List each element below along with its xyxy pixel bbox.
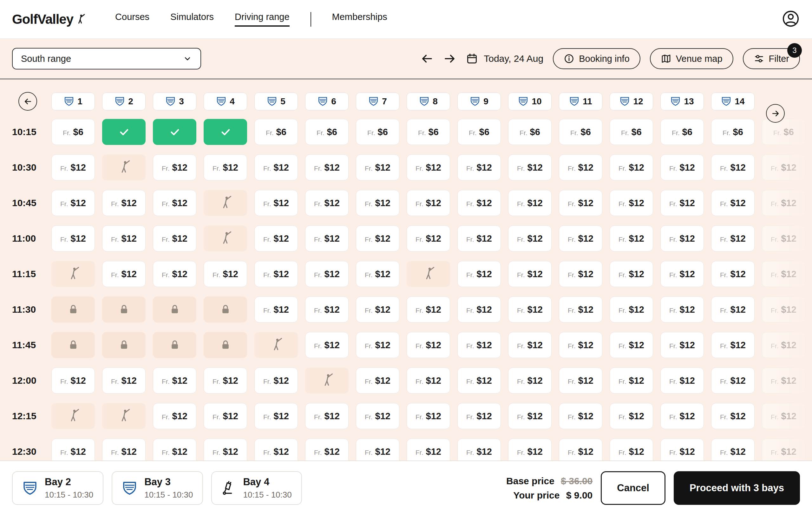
- slot-cell-price[interactable]: Fr.$12: [610, 332, 653, 358]
- slot-cell-price[interactable]: Fr.$12: [610, 154, 653, 180]
- slot-cell-price[interactable]: Fr.$12: [305, 403, 349, 429]
- slot-cell-price[interactable]: Fr.$12: [356, 438, 399, 460]
- slot-cell-price[interactable]: Fr.$12: [305, 190, 349, 216]
- slot-cell-price[interactable]: Fr.$12: [102, 438, 146, 460]
- slot-cell-price[interactable]: Fr.$12: [660, 225, 704, 251]
- slot-cell-price[interactable]: Fr.$12: [204, 403, 247, 429]
- slot-cell-price[interactable]: Fr.$12: [610, 261, 653, 287]
- slot-cell-price[interactable]: Fr.$12: [407, 367, 450, 394]
- slot-cell-price[interactable]: Fr.$12: [660, 297, 704, 323]
- slot-cell-price[interactable]: Fr.$12: [508, 225, 552, 251]
- slot-cell-selected[interactable]: [204, 119, 247, 145]
- nav-courses[interactable]: Courses: [115, 12, 149, 27]
- slot-cell-price[interactable]: Fr.$12: [559, 367, 602, 394]
- slot-cell-price[interactable]: Fr.$6: [356, 119, 399, 145]
- slot-cell-price[interactable]: Fr.$12: [102, 190, 146, 216]
- slot-cell-price[interactable]: Fr.$6: [711, 119, 755, 145]
- slot-cell-price[interactable]: Fr.$12: [51, 225, 95, 251]
- scroll-bays-left-button[interactable]: [19, 92, 37, 111]
- slot-cell-price[interactable]: Fr.$12: [254, 367, 298, 394]
- slot-cell-price[interactable]: Fr.$12: [51, 367, 95, 394]
- slot-cell-price[interactable]: Fr.$12: [610, 225, 653, 251]
- slot-cell-price[interactable]: Fr.$12: [407, 154, 450, 180]
- slot-cell-price[interactable]: Fr.$12: [204, 438, 247, 460]
- slot-cell-price[interactable]: Fr.$12: [559, 190, 602, 216]
- slot-cell-price[interactable]: Fr.$12: [457, 261, 501, 287]
- scroll-bays-right-button[interactable]: [766, 104, 785, 123]
- slot-cell-price[interactable]: Fr.$12: [711, 297, 755, 323]
- slot-cell-price[interactable]: Fr.$12: [153, 154, 196, 180]
- cancel-button[interactable]: Cancel: [601, 471, 665, 505]
- slot-cell-price[interactable]: Fr.$12: [102, 367, 146, 394]
- slot-cell-price[interactable]: Fr.$12: [51, 438, 95, 460]
- slot-cell-price[interactable]: Fr.$12: [356, 332, 399, 358]
- logo[interactable]: GolfValley: [12, 12, 86, 27]
- slot-cell-price[interactable]: Fr.$6: [508, 119, 552, 145]
- slot-cell-price[interactable]: Fr.$12: [407, 403, 450, 429]
- slot-cell-price[interactable]: Fr.$12: [559, 438, 602, 460]
- slot-cell-price[interactable]: Fr.$12: [610, 190, 653, 216]
- venue-map-button[interactable]: Venue map: [650, 48, 733, 69]
- slot-cell-price[interactable]: Fr.$12: [356, 190, 399, 216]
- slot-cell-price[interactable]: Fr.$12: [305, 154, 349, 180]
- slot-cell-price[interactable]: Fr.$12: [660, 367, 704, 394]
- slot-cell-price[interactable]: Fr.$12: [457, 154, 501, 180]
- slot-cell-price[interactable]: Fr.$12: [153, 403, 196, 429]
- slot-cell-price[interactable]: Fr.$12: [305, 297, 349, 323]
- slot-cell-price[interactable]: Fr.$12: [204, 367, 247, 394]
- nav-driving-range[interactable]: Driving range: [235, 12, 289, 27]
- nav-memberships[interactable]: Memberships: [332, 12, 387, 27]
- slot-cell-price[interactable]: Fr.$12: [711, 154, 755, 180]
- slot-cell-price[interactable]: Fr.$12: [559, 225, 602, 251]
- slot-cell-price[interactable]: Fr.$6: [254, 119, 298, 145]
- slot-cell-price[interactable]: Fr.$12: [153, 225, 196, 251]
- slot-cell-price[interactable]: Fr.$12: [356, 403, 399, 429]
- slot-cell-price[interactable]: Fr.$12: [610, 438, 653, 460]
- slot-cell-price[interactable]: Fr.$12: [610, 297, 653, 323]
- slot-cell-price[interactable]: Fr.$12: [508, 297, 552, 323]
- slot-cell-price[interactable]: Fr.$12: [407, 438, 450, 460]
- slot-cell-price[interactable]: Fr.$12: [51, 154, 95, 180]
- date-picker[interactable]: Today, 24 Aug: [466, 53, 543, 65]
- slot-cell-price[interactable]: Fr.$12: [254, 225, 298, 251]
- slot-cell-price[interactable]: Fr.$12: [254, 154, 298, 180]
- slot-cell-selected[interactable]: [153, 119, 196, 145]
- slot-cell-price[interactable]: Fr.$12: [508, 438, 552, 460]
- slot-cell-price[interactable]: Fr.$12: [711, 332, 755, 358]
- slot-cell-price[interactable]: Fr.$12: [559, 403, 602, 429]
- slot-cell-price[interactable]: Fr.$6: [51, 119, 95, 145]
- slot-cell-price[interactable]: Fr.$12: [660, 332, 704, 358]
- slot-cell-price[interactable]: Fr.$12: [610, 367, 653, 394]
- slot-cell-price[interactable]: Fr.$12: [559, 154, 602, 180]
- slot-cell-price[interactable]: Fr.$12: [660, 190, 704, 216]
- slot-cell-price[interactable]: Fr.$12: [102, 261, 146, 287]
- slot-cell-price[interactable]: Fr.$12: [457, 367, 501, 394]
- slot-cell-price[interactable]: Fr.$6: [407, 119, 450, 145]
- slot-cell-price[interactable]: Fr.$12: [305, 438, 349, 460]
- filter-button[interactable]: Filter 3: [743, 48, 800, 69]
- slot-cell-price[interactable]: Fr.$12: [711, 190, 755, 216]
- slot-cell-price[interactable]: Fr.$12: [660, 438, 704, 460]
- slot-cell-price[interactable]: Fr.$12: [356, 225, 399, 251]
- slot-cell-price[interactable]: Fr.$6: [457, 119, 501, 145]
- slot-cell-price[interactable]: Fr.$12: [610, 403, 653, 429]
- slot-cell-price[interactable]: Fr.$12: [508, 154, 552, 180]
- slot-cell-price[interactable]: Fr.$12: [508, 367, 552, 394]
- slot-cell-price[interactable]: Fr.$12: [254, 438, 298, 460]
- slot-cell-price[interactable]: Fr.$12: [407, 332, 450, 358]
- slot-cell-price[interactable]: Fr.$12: [153, 438, 196, 460]
- prev-day-button[interactable]: [420, 52, 434, 65]
- slot-cell-price[interactable]: Fr.$12: [508, 261, 552, 287]
- slot-cell-price[interactable]: Fr.$12: [508, 403, 552, 429]
- slot-cell-price[interactable]: Fr.$12: [254, 403, 298, 429]
- slot-cell-price[interactable]: Fr.$12: [305, 225, 349, 251]
- slot-cell-price[interactable]: Fr.$12: [153, 190, 196, 216]
- range-select[interactable]: South range: [12, 48, 201, 69]
- slot-cell-price[interactable]: Fr.$6: [559, 119, 602, 145]
- slot-cell-price[interactable]: Fr.$12: [204, 261, 247, 287]
- slot-cell-price[interactable]: Fr.$12: [660, 261, 704, 287]
- slot-cell-price[interactable]: Fr.$12: [254, 190, 298, 216]
- slot-cell-price[interactable]: Fr.$12: [356, 367, 399, 394]
- slot-cell-price[interactable]: Fr.$12: [711, 367, 755, 394]
- slot-cell-price[interactable]: Fr.$6: [610, 119, 653, 145]
